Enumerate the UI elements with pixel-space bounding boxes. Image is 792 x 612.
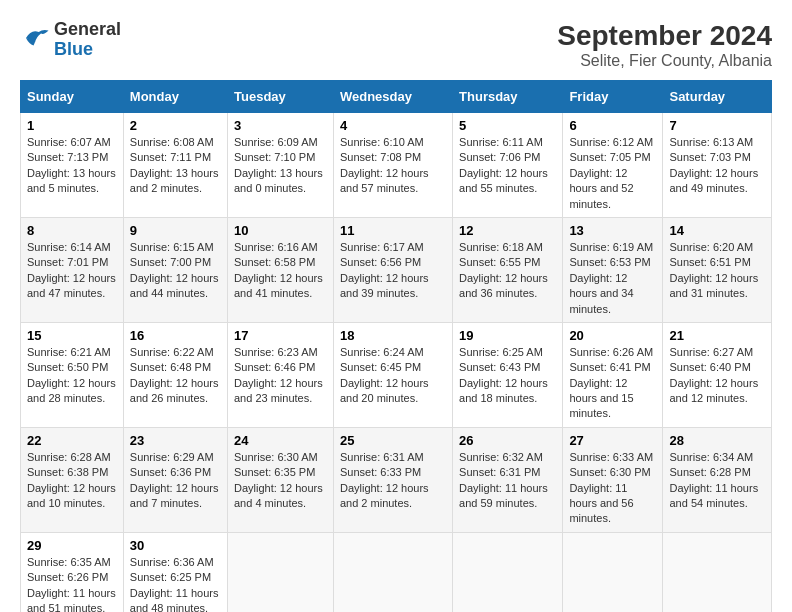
day-number: 10 [234,223,327,238]
day-number: 12 [459,223,556,238]
week-row-2: 8Sunrise: 6:14 AM Sunset: 7:01 PM Daylig… [21,217,772,322]
day-info: Sunrise: 6:34 AM Sunset: 6:28 PM Dayligh… [669,450,765,512]
calendar-cell: 9Sunrise: 6:15 AM Sunset: 7:00 PM Daylig… [123,217,227,322]
day-info: Sunrise: 6:13 AM Sunset: 7:03 PM Dayligh… [669,135,765,197]
day-number: 5 [459,118,556,133]
calendar-cell [228,532,334,612]
calendar-cell: 20Sunrise: 6:26 AM Sunset: 6:41 PM Dayli… [563,322,663,427]
column-header-monday: Monday [123,81,227,113]
calendar-cell: 14Sunrise: 6:20 AM Sunset: 6:51 PM Dayli… [663,217,772,322]
calendar-cell [453,532,563,612]
calendar-cell: 27Sunrise: 6:33 AM Sunset: 6:30 PM Dayli… [563,427,663,532]
column-header-sunday: Sunday [21,81,124,113]
column-header-thursday: Thursday [453,81,563,113]
day-number: 6 [569,118,656,133]
calendar-cell: 16Sunrise: 6:22 AM Sunset: 6:48 PM Dayli… [123,322,227,427]
day-info: Sunrise: 6:08 AM Sunset: 7:11 PM Dayligh… [130,135,221,197]
calendar-cell: 30Sunrise: 6:36 AM Sunset: 6:25 PM Dayli… [123,532,227,612]
day-info: Sunrise: 6:17 AM Sunset: 6:56 PM Dayligh… [340,240,446,302]
calendar-cell: 6Sunrise: 6:12 AM Sunset: 7:05 PM Daylig… [563,113,663,218]
day-number: 24 [234,433,327,448]
day-info: Sunrise: 6:29 AM Sunset: 6:36 PM Dayligh… [130,450,221,512]
day-info: Sunrise: 6:26 AM Sunset: 6:41 PM Dayligh… [569,345,656,422]
day-info: Sunrise: 6:10 AM Sunset: 7:08 PM Dayligh… [340,135,446,197]
calendar-cell: 4Sunrise: 6:10 AM Sunset: 7:08 PM Daylig… [333,113,452,218]
column-header-saturday: Saturday [663,81,772,113]
day-info: Sunrise: 6:07 AM Sunset: 7:13 PM Dayligh… [27,135,117,197]
day-info: Sunrise: 6:33 AM Sunset: 6:30 PM Dayligh… [569,450,656,527]
calendar-cell [333,532,452,612]
week-row-4: 22Sunrise: 6:28 AM Sunset: 6:38 PM Dayli… [21,427,772,532]
calendar-cell: 22Sunrise: 6:28 AM Sunset: 6:38 PM Dayli… [21,427,124,532]
day-info: Sunrise: 6:27 AM Sunset: 6:40 PM Dayligh… [669,345,765,407]
day-number: 8 [27,223,117,238]
day-number: 2 [130,118,221,133]
calendar-cell: 11Sunrise: 6:17 AM Sunset: 6:56 PM Dayli… [333,217,452,322]
day-info: Sunrise: 6:16 AM Sunset: 6:58 PM Dayligh… [234,240,327,302]
day-number: 22 [27,433,117,448]
logo-icon [20,23,50,57]
day-number: 3 [234,118,327,133]
calendar-cell: 17Sunrise: 6:23 AM Sunset: 6:46 PM Dayli… [228,322,334,427]
calendar-cell: 24Sunrise: 6:30 AM Sunset: 6:35 PM Dayli… [228,427,334,532]
calendar-cell: 3Sunrise: 6:09 AM Sunset: 7:10 PM Daylig… [228,113,334,218]
day-number: 18 [340,328,446,343]
calendar-cell: 21Sunrise: 6:27 AM Sunset: 6:40 PM Dayli… [663,322,772,427]
calendar-cell: 7Sunrise: 6:13 AM Sunset: 7:03 PM Daylig… [663,113,772,218]
column-header-tuesday: Tuesday [228,81,334,113]
day-info: Sunrise: 6:21 AM Sunset: 6:50 PM Dayligh… [27,345,117,407]
day-number: 25 [340,433,446,448]
calendar-cell: 19Sunrise: 6:25 AM Sunset: 6:43 PM Dayli… [453,322,563,427]
calendar-cell: 1Sunrise: 6:07 AM Sunset: 7:13 PM Daylig… [21,113,124,218]
day-info: Sunrise: 6:18 AM Sunset: 6:55 PM Dayligh… [459,240,556,302]
day-number: 30 [130,538,221,553]
day-info: Sunrise: 6:25 AM Sunset: 6:43 PM Dayligh… [459,345,556,407]
calendar-cell: 28Sunrise: 6:34 AM Sunset: 6:28 PM Dayli… [663,427,772,532]
day-number: 29 [27,538,117,553]
page-header: General Blue September 2024 Selite, Fier… [20,20,772,70]
day-number: 13 [569,223,656,238]
day-info: Sunrise: 6:35 AM Sunset: 6:26 PM Dayligh… [27,555,117,612]
week-row-5: 29Sunrise: 6:35 AM Sunset: 6:26 PM Dayli… [21,532,772,612]
column-header-wednesday: Wednesday [333,81,452,113]
calendar-cell: 29Sunrise: 6:35 AM Sunset: 6:26 PM Dayli… [21,532,124,612]
title-block: September 2024 Selite, Fier County, Alba… [557,20,772,70]
calendar-cell: 13Sunrise: 6:19 AM Sunset: 6:53 PM Dayli… [563,217,663,322]
day-number: 26 [459,433,556,448]
day-number: 11 [340,223,446,238]
calendar-cell: 12Sunrise: 6:18 AM Sunset: 6:55 PM Dayli… [453,217,563,322]
logo-general: General [54,20,121,40]
day-info: Sunrise: 6:19 AM Sunset: 6:53 PM Dayligh… [569,240,656,317]
day-number: 27 [569,433,656,448]
day-info: Sunrise: 6:12 AM Sunset: 7:05 PM Dayligh… [569,135,656,212]
calendar-cell [663,532,772,612]
day-info: Sunrise: 6:32 AM Sunset: 6:31 PM Dayligh… [459,450,556,512]
day-info: Sunrise: 6:23 AM Sunset: 6:46 PM Dayligh… [234,345,327,407]
day-info: Sunrise: 6:22 AM Sunset: 6:48 PM Dayligh… [130,345,221,407]
day-info: Sunrise: 6:09 AM Sunset: 7:10 PM Dayligh… [234,135,327,197]
column-header-friday: Friday [563,81,663,113]
logo-blue: Blue [54,40,121,60]
day-info: Sunrise: 6:14 AM Sunset: 7:01 PM Dayligh… [27,240,117,302]
day-info: Sunrise: 6:28 AM Sunset: 6:38 PM Dayligh… [27,450,117,512]
calendar-cell: 23Sunrise: 6:29 AM Sunset: 6:36 PM Dayli… [123,427,227,532]
day-number: 4 [340,118,446,133]
day-info: Sunrise: 6:31 AM Sunset: 6:33 PM Dayligh… [340,450,446,512]
day-info: Sunrise: 6:30 AM Sunset: 6:35 PM Dayligh… [234,450,327,512]
day-number: 17 [234,328,327,343]
calendar-cell: 18Sunrise: 6:24 AM Sunset: 6:45 PM Dayli… [333,322,452,427]
calendar-cell: 25Sunrise: 6:31 AM Sunset: 6:33 PM Dayli… [333,427,452,532]
calendar-cell: 10Sunrise: 6:16 AM Sunset: 6:58 PM Dayli… [228,217,334,322]
logo: General Blue [20,20,121,60]
calendar-cell: 5Sunrise: 6:11 AM Sunset: 7:06 PM Daylig… [453,113,563,218]
header-row: SundayMondayTuesdayWednesdayThursdayFrid… [21,81,772,113]
day-number: 20 [569,328,656,343]
day-number: 1 [27,118,117,133]
day-number: 15 [27,328,117,343]
day-number: 23 [130,433,221,448]
calendar-cell: 26Sunrise: 6:32 AM Sunset: 6:31 PM Dayli… [453,427,563,532]
day-number: 19 [459,328,556,343]
day-number: 21 [669,328,765,343]
day-number: 7 [669,118,765,133]
week-row-3: 15Sunrise: 6:21 AM Sunset: 6:50 PM Dayli… [21,322,772,427]
